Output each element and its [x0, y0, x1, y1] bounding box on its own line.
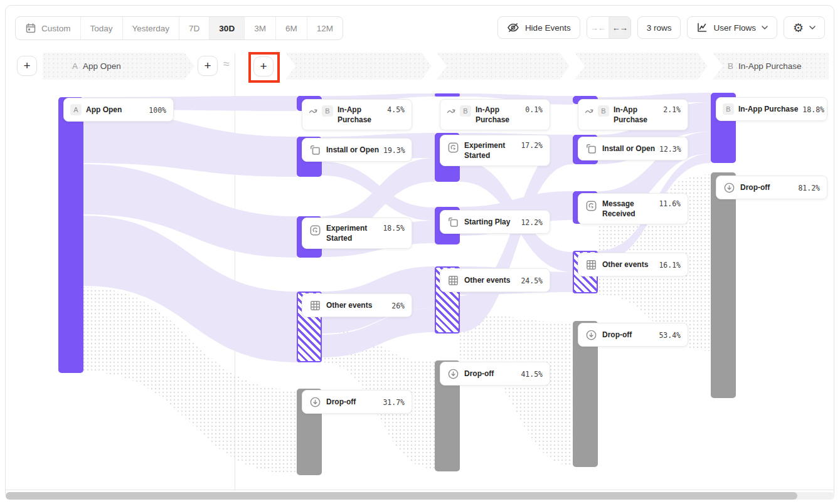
flow-node-value: 19.3%: [383, 145, 405, 155]
flow-node-value: 100%: [149, 105, 166, 115]
flow-node-value: 11.6%: [659, 199, 681, 208]
flow-node-value: 16.1%: [659, 260, 681, 270]
node-icon-group: B: [447, 105, 471, 117]
node-icon-group: [585, 258, 598, 271]
flow-node-label: Drop-off: [740, 182, 794, 192]
flow-node-value: 24.5%: [521, 276, 543, 285]
grid-icon: [309, 299, 322, 312]
step-badge: B: [723, 103, 734, 115]
step-badge: B: [598, 105, 609, 117]
grid-icon: [585, 258, 598, 271]
flow-node-card-in-app-purchase[interactable]: BIn-App Purchase2.1%: [578, 99, 688, 130]
pointer-click-icon: [447, 141, 460, 154]
flow-node-label: Other events: [464, 275, 516, 285]
flow-node-card-drop-off[interactable]: Drop-off41.5%: [440, 362, 550, 386]
flow-node-label: Experiment Started: [464, 140, 516, 160]
flow-node-card-other-events[interactable]: Other events16.1%: [578, 253, 688, 276]
flow-node-label: Other events: [602, 260, 654, 270]
flow-node-label: In-App Purchase: [476, 105, 521, 125]
grid-icon: [447, 274, 460, 287]
flow-node-value: 53.4%: [659, 330, 681, 340]
node-icon-group: [447, 367, 460, 381]
node-icon-group: [723, 181, 736, 194]
flow-node-value: 17.2%: [521, 140, 543, 150]
pointer-click-icon: [585, 199, 598, 213]
flow-node-card-message-received[interactable]: Message Received11.6%: [578, 193, 688, 224]
flow-node-value: 81.2%: [798, 183, 820, 192]
flow-node-label: Starting Play: [464, 217, 516, 227]
flow-node-value: 18.5%: [383, 223, 405, 233]
flow-node-card-drop-off[interactable]: Drop-off31.7%: [302, 390, 412, 414]
flow-node-label: App Open: [86, 105, 144, 115]
flow-node-label: Drop-off: [326, 397, 378, 407]
node-icon-group: [447, 216, 460, 229]
flow-node-label: Install or Open: [326, 145, 379, 155]
flow-node-value: 0.1%: [525, 105, 543, 114]
flow-node-value: 31.7%: [383, 397, 405, 407]
arrow-down-circle-icon: [309, 396, 322, 409]
node-icon-group: B: [309, 105, 333, 117]
flow-node-label: Message Received: [602, 199, 654, 219]
flow-node-value: 4.5%: [387, 105, 405, 114]
node-icon-group: [585, 328, 598, 342]
flow-node-value: 12.3%: [659, 144, 681, 154]
flow-node-label: Install or Open: [602, 144, 655, 154]
node-icon-group: A: [70, 104, 82, 115]
arrow-down-circle-icon: [585, 328, 598, 342]
flow-node-bar-in-app-purchase[interactable]: [435, 93, 460, 97]
overlap-squares-icon: [309, 144, 322, 157]
wave-arrow-icon: [309, 107, 318, 115]
overlap-squares-icon: [585, 142, 598, 155]
flow-node-label: In-App Purchase: [338, 105, 383, 125]
flow-node-card-other-events[interactable]: Other events26%: [302, 293, 412, 317]
flow-node-value: 12.2%: [521, 218, 543, 227]
break-symbol: ≈: [223, 58, 230, 71]
flow-node-card-experiment-started[interactable]: Experiment Started18.5%: [302, 218, 412, 249]
flow-node-card-drop-off[interactable]: Drop-off53.4%: [578, 323, 688, 347]
flow-node-value: 18.8%: [802, 105, 824, 114]
flow-node-card-in-app-purchase[interactable]: BIn-App Purchase0.1%: [440, 99, 550, 130]
flow-node-card-starting-play[interactable]: Starting Play12.2%: [440, 210, 550, 234]
node-icon-group: [447, 274, 460, 287]
wave-arrow-icon: [585, 107, 594, 115]
flow-node-card-other-events[interactable]: Other events24.5%: [440, 268, 550, 292]
flow-node-card-app-open[interactable]: AApp Open100%: [63, 98, 174, 122]
flow-node-label: In-App Purchase: [614, 105, 659, 125]
flow-node-card-install-or-open[interactable]: Install or Open12.3%: [578, 137, 688, 160]
flow-node-label: Other events: [326, 300, 387, 310]
node-icon-group: [585, 142, 598, 155]
flow-node-label: Drop-off: [602, 330, 654, 340]
user-flows-app: CustomTodayYesterday7D30D3M6M12M Hide Ev…: [0, 0, 840, 504]
node-icon-group: [585, 199, 598, 213]
pointer-click-icon: [309, 224, 322, 237]
node-icon-group: [309, 144, 322, 157]
flow-node-value: 41.5%: [521, 369, 543, 379]
overlap-squares-icon: [447, 216, 460, 229]
flow-node-label: Drop-off: [464, 369, 516, 379]
flow-node-card-experiment-started[interactable]: Experiment Started17.2%: [440, 135, 550, 166]
arrow-down-circle-icon: [447, 367, 460, 381]
step-badge: B: [322, 105, 333, 117]
flow-node-card-install-or-open[interactable]: Install or Open19.3%: [302, 138, 412, 162]
node-icon-group: [447, 141, 460, 154]
flow-node-bar-drop-off[interactable]: [711, 172, 736, 398]
flow-node-value: 26%: [391, 301, 405, 310]
flow-node-card-in-app-purchase[interactable]: BIn-App Purchase18.8%: [716, 97, 827, 121]
node-icon-group: [309, 396, 322, 409]
step-badge: B: [460, 105, 471, 117]
node-icon-group: [309, 299, 322, 312]
node-icon-group: B: [585, 105, 609, 117]
step-badge: A: [70, 104, 82, 115]
flow-node-card-in-app-purchase[interactable]: BIn-App Purchase4.5%: [302, 99, 412, 130]
flow-node-value: 2.1%: [663, 105, 681, 114]
flow-node-label: In-App Purchase: [738, 104, 798, 114]
flow-node-card-drop-off[interactable]: Drop-off81.2%: [716, 176, 827, 199]
click-target-annotation: [248, 52, 280, 83]
node-icon-group: [309, 224, 322, 237]
flow-node-bar-app-open[interactable]: [58, 97, 83, 373]
wave-arrow-icon: [447, 107, 456, 115]
arrow-down-circle-icon: [723, 181, 736, 194]
flow-node-label: Experiment Started: [326, 223, 378, 243]
dropoff-ribbon: [460, 313, 573, 465]
node-icon-group: B: [723, 103, 734, 115]
